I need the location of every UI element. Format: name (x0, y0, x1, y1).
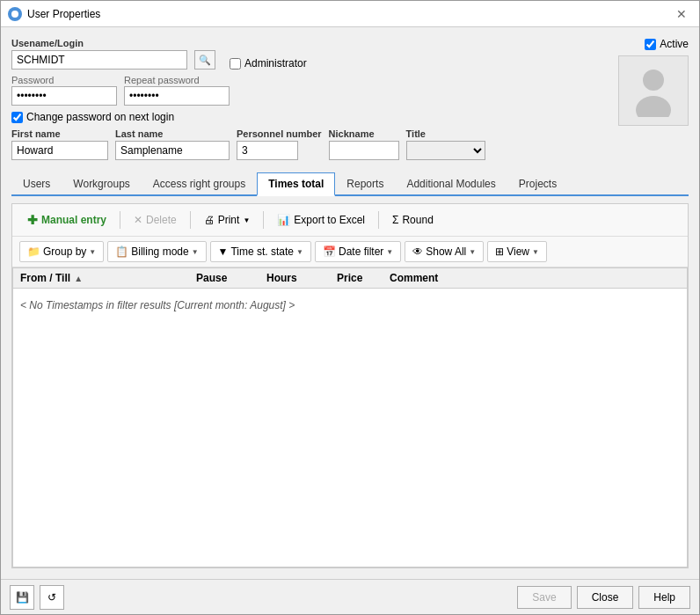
svg-point-1 (643, 70, 664, 91)
form-right: Active (609, 38, 689, 165)
excel-icon: 📊 (277, 214, 290, 226)
sort-arrow-icon: ▲ (74, 274, 83, 283)
avatar-icon (631, 64, 675, 117)
window-title: User Properties (27, 8, 671, 20)
manual-entry-button[interactable]: ✚ Manual entry (19, 209, 114, 231)
print-button[interactable]: 🖨 Print ▼ (196, 209, 259, 231)
export-excel-button[interactable]: 📊 Export to Excel (269, 209, 373, 231)
tabs-bar: Users Workgroups Access right groups Tim… (11, 172, 689, 196)
delete-button[interactable]: ✕ Delete (126, 209, 185, 231)
billing-mode-button[interactable]: 📋 Billing mode ▼ (107, 241, 206, 262)
firstname-input[interactable] (11, 141, 108, 160)
date-filter-arrow: ▼ (386, 248, 393, 256)
password-label: Password (11, 75, 117, 85)
group-icon: 📁 (27, 245, 40, 258)
refresh-icon-button[interactable]: ↺ (40, 585, 64, 610)
title-group: Title Mr Mrs Dr (406, 128, 485, 160)
tab-users[interactable]: Users (11, 172, 62, 196)
refresh-icon: ↺ (47, 591, 56, 604)
data-area: From / Till ▲ Pause Hours Price Comment … (12, 267, 688, 567)
close-button[interactable]: Close (577, 586, 634, 609)
title-label: Title (406, 128, 485, 139)
delete-icon: ✕ (134, 214, 142, 226)
password-row: Password Repeat password (11, 75, 599, 106)
calendar-icon: 📅 (323, 245, 336, 258)
content-area: Usename/Login 🔍 Administrator Password (1, 27, 699, 579)
title-select[interactable]: Mr Mrs Dr (406, 141, 485, 160)
repeat-password-field-group: Repeat password (124, 75, 230, 106)
separator-3 (263, 211, 264, 229)
form-left: Usename/Login 🔍 Administrator Password (11, 38, 599, 165)
administrator-checkbox[interactable] (230, 58, 241, 70)
change-password-checkbox[interactable] (11, 112, 23, 123)
date-filter-button[interactable]: 📅 Date filter ▼ (315, 241, 401, 262)
billing-icon: 📋 (115, 245, 128, 258)
group-by-arrow: ▼ (89, 248, 96, 256)
administrator-checkbox-label: Administrator (230, 57, 307, 70)
top-form-section: Usename/Login 🔍 Administrator Password (11, 38, 689, 165)
search-icon: 🔍 (199, 55, 211, 66)
show-all-button[interactable]: 👁 Show All ▼ (405, 241, 484, 262)
firstname-group: First name (11, 128, 108, 160)
window-icon (8, 7, 22, 21)
title-bar: User Properties ✕ (1, 1, 699, 27)
time-state-button[interactable]: ▼ Time st. state ▼ (210, 241, 311, 262)
save-icon-button[interactable]: 💾 (10, 585, 34, 610)
view-arrow: ▼ (532, 248, 539, 256)
lastname-group: Last name (115, 128, 230, 160)
tab-times-total[interactable]: Times total (257, 172, 335, 196)
separator-4 (378, 211, 379, 229)
username-row: 🔍 Administrator (11, 50, 599, 70)
toolbar-1: ✚ Manual entry ✕ Delete 🖨 Print ▼ 📊 E (12, 204, 688, 237)
separator-2 (190, 211, 191, 229)
tab-reports[interactable]: Reports (335, 172, 395, 196)
eye-icon: 👁 (412, 245, 423, 258)
tab-workgroups[interactable]: Workgroups (62, 172, 141, 196)
group-by-button[interactable]: 📁 Group by ▼ (19, 241, 104, 262)
floppy-disk-icon: 💾 (16, 591, 29, 604)
name-fields-row: First name Last name Personnel number Ni… (11, 128, 599, 160)
repeat-password-input[interactable] (124, 86, 230, 106)
no-data-message: < No Timestamps in filter results [Curre… (20, 299, 680, 311)
print-icon: 🖨 (204, 214, 215, 226)
bottom-left-buttons: 💾 ↺ (10, 585, 64, 610)
main-window: User Properties ✕ Usename/Login 🔍 Admini… (0, 0, 700, 615)
personnel-group: Personnel number (237, 128, 322, 160)
active-checkbox-label: Active (645, 38, 689, 50)
tab-additional-modules[interactable]: Additional Modules (395, 172, 507, 196)
active-checkbox[interactable] (645, 39, 656, 50)
view-button[interactable]: ⊞ View ▼ (487, 241, 547, 262)
personnel-input[interactable] (237, 141, 298, 160)
show-all-arrow: ▼ (469, 248, 476, 256)
billing-mode-arrow: ▼ (192, 248, 199, 256)
bottom-bar: 💾 ↺ Save Close Help (1, 579, 699, 614)
avatar-box (618, 55, 689, 126)
close-icon[interactable]: ✕ (671, 5, 692, 23)
tab-access-right-groups[interactable]: Access right groups (142, 172, 257, 196)
username-label: Usename/Login (11, 38, 599, 48)
separator-1 (120, 211, 120, 229)
sigma-icon: Σ (392, 214, 398, 226)
password-input[interactable] (11, 86, 117, 106)
toolbar-2: 📁 Group by ▼ 📋 Billing mode ▼ ▼ Time st.… (12, 237, 688, 267)
repeat-password-label: Repeat password (124, 75, 230, 85)
svg-point-0 (11, 11, 18, 18)
round-button[interactable]: Σ Round (384, 209, 441, 231)
firstname-label: First name (11, 128, 108, 139)
tab-projects[interactable]: Projects (507, 172, 568, 196)
view-icon: ⊞ (495, 245, 504, 258)
lastname-label: Last name (115, 128, 230, 139)
save-button[interactable]: Save (517, 586, 571, 609)
plus-icon: ✚ (27, 213, 38, 227)
username-input[interactable] (11, 50, 187, 70)
nickname-group: Nickname (329, 128, 399, 160)
search-button[interactable]: 🔍 (194, 50, 215, 70)
filter-icon: ▼ (218, 245, 229, 258)
lastname-input[interactable] (115, 141, 230, 160)
personnel-label: Personnel number (237, 128, 322, 139)
col-header-comment: Comment (390, 272, 680, 284)
time-state-arrow: ▼ (296, 248, 303, 256)
help-button[interactable]: Help (638, 586, 690, 609)
nickname-input[interactable] (329, 141, 399, 160)
bottom-right-buttons: Save Close Help (517, 586, 690, 609)
